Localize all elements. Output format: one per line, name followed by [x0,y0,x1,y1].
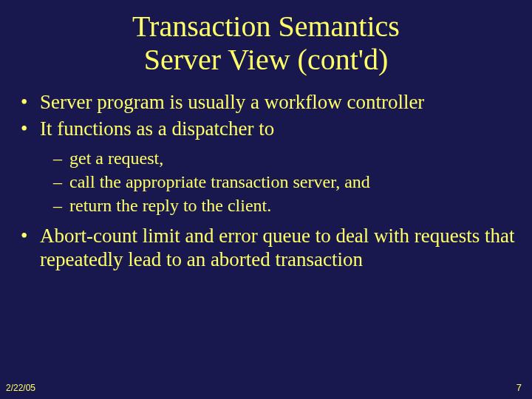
slide-body: Server program is usually a workflow con… [0,77,532,272]
sub-bullet-item: return the reply to the client. [53,195,516,216]
sub-bullet-text: get a request, [69,149,163,168]
bullet-list: Server program is usually a workflow con… [16,90,516,272]
bullet-text: Abort-count limit and error queue to dea… [40,225,515,270]
slide-title: Transaction Semantics Server View (cont'… [0,0,532,77]
bullet-item: Server program is usually a workflow con… [16,90,516,114]
sub-bullet-item: call the appropriate transaction server,… [53,171,516,193]
sub-bullet-list: get a request, call the appropriate tran… [53,148,516,216]
bullet-text: It functions as a dispatcher to [40,117,274,140]
footer-page-number: 7 [516,382,522,393]
bullet-item: It functions as a dispatcher to get a re… [16,117,516,216]
slide: Transaction Semantics Server View (cont'… [0,0,532,399]
sub-bullet-text: return the reply to the client. [69,196,271,215]
bullet-text: Server program is usually a workflow con… [40,91,424,113]
bullet-item: Abort-count limit and error queue to dea… [16,224,516,272]
sub-bullet-text: call the appropriate transaction server,… [69,172,370,191]
title-line-2: Server View (cont'd) [0,44,532,77]
title-line-1: Transaction Semantics [0,10,532,44]
footer-date: 2/22/05 [6,383,35,393]
sub-bullet-item: get a request, [53,148,516,169]
